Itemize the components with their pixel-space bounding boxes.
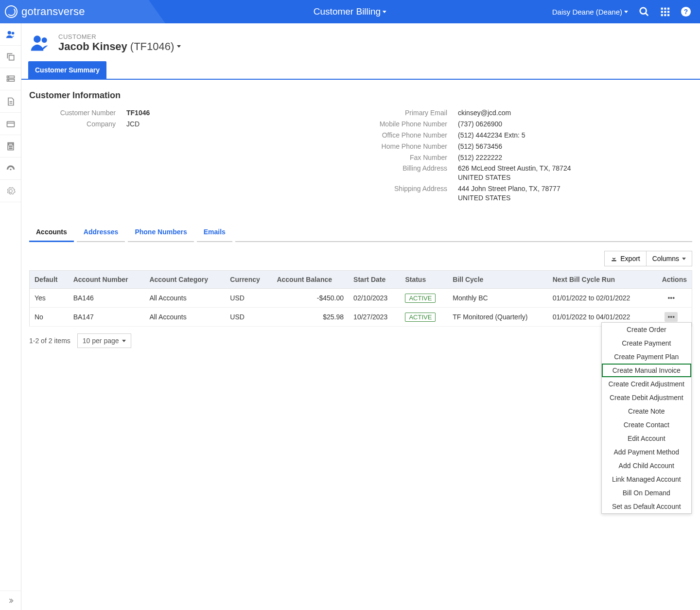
sidebar-item-copy[interactable] <box>0 46 21 68</box>
cell-status: ACTIVE <box>400 308 448 327</box>
row-actions-button[interactable]: ••• <box>665 312 678 322</box>
menu-item-link-managed-account[interactable]: Link Managed Account <box>602 472 691 486</box>
svg-point-27 <box>10 146 11 147</box>
svg-point-14 <box>11 32 14 35</box>
sidebar-item-calculator[interactable] <box>0 135 21 157</box>
help-icon[interactable]: ? <box>681 6 691 17</box>
col-header[interactable]: Bill Cycle <box>448 271 547 289</box>
menu-item-create-contact[interactable]: Create Contact <box>602 418 691 432</box>
apps-grid-icon[interactable] <box>660 7 670 17</box>
svg-rect-9 <box>664 14 666 16</box>
subtab-accounts[interactable]: Accounts <box>29 223 74 242</box>
columns-button[interactable]: Columns <box>646 251 692 266</box>
menu-item-create-payment[interactable]: Create Payment <box>602 336 691 350</box>
export-button[interactable]: Export <box>604 251 646 266</box>
menu-item-create-note[interactable]: Create Note <box>602 404 691 418</box>
download-icon <box>611 255 617 262</box>
menu-item-create-order[interactable]: Create Order <box>602 323 691 336</box>
cell-status: ACTIVE <box>400 289 448 308</box>
menu-item-bill-on-demand[interactable]: Bill On Demand <box>602 486 691 500</box>
svg-point-30 <box>10 148 11 148</box>
primary-tabs: Customer Summary <box>21 61 700 80</box>
menu-item-create-payment-plan[interactable]: Create Payment Plan <box>602 350 691 364</box>
cell-actions: ••• <box>651 289 692 308</box>
subtabs-spacer <box>235 223 692 242</box>
svg-rect-7 <box>667 11 669 13</box>
menu-item-set-as-default-account[interactable]: Set as Default Account <box>602 500 691 513</box>
info-row: Fax Number(512) 2222222 <box>361 152 692 163</box>
table-toolbar: Export Columns <box>21 242 700 270</box>
app-title: Customer Billing <box>314 6 381 17</box>
col-header[interactable]: Currency <box>225 271 272 289</box>
col-header[interactable]: Next Bill Cycle Run <box>548 271 651 289</box>
cell: USD <box>225 289 272 308</box>
info-row: CompanyJCD <box>29 119 361 130</box>
user-menu[interactable]: Daisy Deane (Deane) <box>552 8 628 16</box>
col-header[interactable]: Account Category <box>144 271 225 289</box>
topbar-right: Daisy Deane (Deane) ? <box>552 6 700 17</box>
app-title-dropdown[interactable]: Customer Billing <box>314 6 386 17</box>
info-row: Home Phone Number(512) 5673456 <box>361 141 692 152</box>
sidebar-item-customers[interactable] <box>0 23 21 46</box>
sidebar-expand[interactable] <box>0 591 21 610</box>
brand[interactable]: gotransverse <box>0 5 85 18</box>
customer-code: (TF1046) <box>130 40 174 53</box>
cell: USD <box>225 308 272 327</box>
eyebrow: CUSTOMER <box>58 33 181 40</box>
menu-item-edit-account[interactable]: Edit Account <box>602 432 691 445</box>
svg-rect-6 <box>664 11 666 13</box>
row-actions-button[interactable]: ••• <box>665 293 678 303</box>
svg-line-1 <box>646 13 648 16</box>
subtab-phone-numbers[interactable]: Phone Numbers <box>128 223 193 242</box>
col-header[interactable]: Start Date <box>349 271 400 289</box>
sidebar-item-server[interactable] <box>0 68 21 90</box>
svg-rect-2 <box>661 8 663 10</box>
info-label: Company <box>29 120 126 129</box>
svg-rect-3 <box>664 8 666 10</box>
subtab-emails[interactable]: Emails <box>197 223 232 242</box>
col-header[interactable]: Default <box>30 271 69 289</box>
cell: All Accounts <box>144 308 225 327</box>
user-display: Daisy Deane (Deane) <box>552 8 622 16</box>
caret-down-icon <box>122 340 126 342</box>
sidebar-item-document[interactable] <box>0 90 21 113</box>
sidebar-item-dashboard[interactable] <box>0 157 21 180</box>
info-label: Customer Number <box>29 108 126 118</box>
tab-customer-summary[interactable]: Customer Summary <box>28 61 106 79</box>
menu-item-add-payment-method[interactable]: Add Payment Method <box>602 445 691 459</box>
info-label: Primary Email <box>361 108 458 118</box>
info-row: Customer NumberTF1046 <box>29 107 361 119</box>
sidebar-item-settings[interactable] <box>0 180 21 202</box>
col-header[interactable]: Account Number <box>69 271 145 289</box>
cell: Monthly BC <box>448 289 547 308</box>
menu-item-create-credit-adjustment[interactable]: Create Credit Adjustment <box>602 377 691 391</box>
search-icon[interactable] <box>639 6 649 17</box>
subtab-addresses[interactable]: Addresses <box>77 223 125 242</box>
svg-point-33 <box>34 35 41 43</box>
menu-item-create-debit-adjustment[interactable]: Create Debit Adjustment <box>602 391 691 404</box>
status-badge: ACTIVE <box>405 294 436 303</box>
accounts-table: DefaultAccount NumberAccount CategoryCur… <box>29 270 692 327</box>
info-value: (737) 0626900 <box>458 120 502 129</box>
cell: All Accounts <box>144 289 225 308</box>
menu-item-add-child-account[interactable]: Add Child Account <box>602 459 691 472</box>
svg-point-26 <box>9 146 9 147</box>
col-header[interactable]: Actions <box>651 271 692 289</box>
menu-item-create-manual-invoice[interactable]: Create Manual Invoice <box>602 364 691 377</box>
sidebar-item-card[interactable] <box>0 113 21 135</box>
customer-name: Jacob Kinsey <box>58 40 127 53</box>
svg-point-13 <box>7 31 11 34</box>
svg-rect-8 <box>661 14 663 16</box>
pager-summary: 1-2 of 2 items <box>29 337 70 345</box>
page-title-dropdown[interactable]: Jacob Kinsey (TF1046) <box>58 40 181 53</box>
info-value: JCD <box>126 120 140 129</box>
info-value: (512) 5673456 <box>458 142 502 151</box>
svg-point-32 <box>10 169 11 170</box>
col-header[interactable]: Status <box>400 271 448 289</box>
svg-rect-5 <box>661 11 663 13</box>
subtabs: AccountsAddressesPhone NumbersEmails <box>21 223 700 242</box>
section-heading: Customer Information <box>29 90 692 101</box>
col-header[interactable]: Account Balance <box>272 271 349 289</box>
svg-point-19 <box>8 80 9 80</box>
per-page-select[interactable]: 10 per page <box>77 333 131 348</box>
